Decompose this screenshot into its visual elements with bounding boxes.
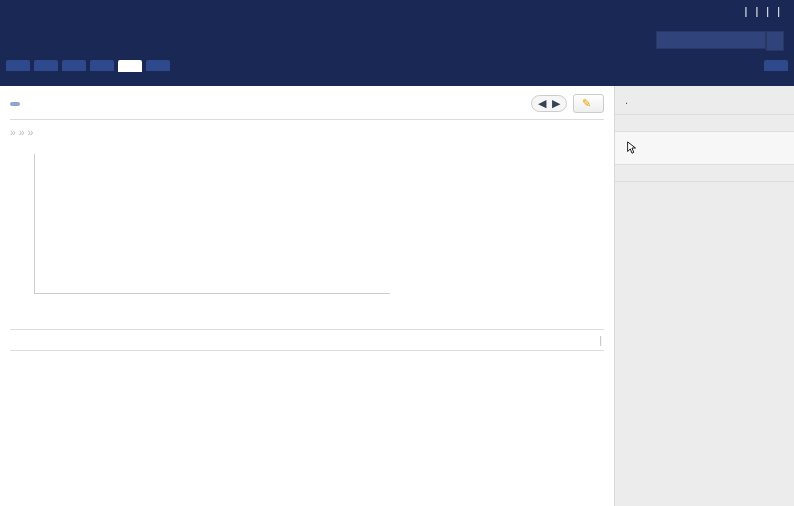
side-details[interactable]	[615, 115, 794, 132]
case-id-badge	[10, 102, 20, 106]
search-go-button[interactable]	[766, 31, 784, 51]
side-in-section: .	[615, 86, 794, 115]
search-input[interactable]	[656, 31, 766, 49]
main-content: ◀ ▶ ✎ » » »	[0, 86, 614, 506]
tab-test-runs[interactable]	[90, 60, 114, 71]
tab-reports[interactable]	[146, 60, 170, 71]
tab-todo[interactable]	[34, 60, 58, 71]
pencil-icon: ✎	[582, 97, 591, 110]
side-history[interactable]	[615, 165, 794, 182]
stats-panel	[412, 148, 604, 323]
cursor-icon	[625, 140, 639, 156]
recent-tests-header: |	[10, 329, 604, 351]
side-panel: .	[614, 86, 794, 506]
brand-row	[0, 22, 794, 60]
top-bar: | | | |	[0, 0, 794, 22]
nav-tabs	[0, 60, 794, 86]
side-test-results[interactable]	[615, 132, 794, 165]
edit-button[interactable]: ✎	[573, 94, 604, 113]
tab-administration[interactable]	[764, 60, 788, 71]
prev-arrow-icon[interactable]: ◀	[538, 97, 546, 110]
activity-chart	[10, 148, 400, 323]
next-arrow-icon[interactable]: ▶	[552, 97, 560, 110]
prev-next-nav[interactable]: ◀ ▶	[531, 95, 567, 112]
tab-overview[interactable]	[6, 60, 30, 71]
tab-test-suites[interactable]	[118, 60, 142, 72]
tab-milestones[interactable]	[62, 60, 86, 71]
breadcrumb: » » »	[10, 120, 604, 148]
